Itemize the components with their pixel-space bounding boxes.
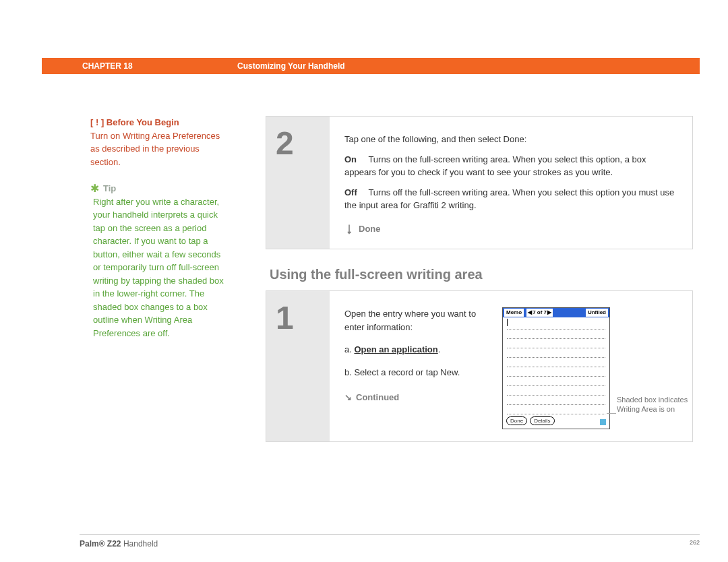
callout-text: Shaded box indicates Writing Area is on — [617, 395, 691, 414]
before-begin-heading: Before You Begin — [107, 117, 179, 127]
option-on-label: On — [344, 153, 366, 166]
substep-a-prefix: a. — [344, 344, 352, 354]
memo-details-button[interactable]: Details — [530, 416, 554, 425]
nav-right-icon: ▶ — [547, 309, 551, 317]
substep-b: b. Select a record or tap New. — [344, 366, 490, 379]
before-you-begin: [ ! ] Before You Begin Turn on Writing A… — [90, 116, 225, 168]
nav-left-icon: ◀ — [528, 309, 532, 317]
product-bold: Palm® Z22 — [80, 539, 121, 549]
text-cursor — [507, 319, 508, 326]
star-icon: ✱ — [90, 183, 99, 194]
memo-done-button[interactable]: Done — [506, 416, 527, 425]
memo-header: Memo ◀ 7 of 7 ▶ Unfiled — [503, 308, 609, 317]
substep-a: a. Open an application. — [344, 343, 490, 356]
option-on-text: Turns on the full-screen writing area. W… — [344, 154, 646, 178]
chapter-title: Customizing Your Handheld — [237, 61, 345, 71]
step-2-intro: Tap one of the following, and then selec… — [344, 133, 677, 146]
step-2-body: Tap one of the following, and then selec… — [330, 117, 692, 249]
before-begin-body: Turn on Writing Area Preferences as desc… — [90, 129, 225, 169]
memo-title: Memo — [504, 309, 524, 317]
step-2-box: 2 Tap one of the following, and then sel… — [266, 116, 693, 249]
product-rest: Handheld — [121, 539, 158, 549]
tip-body: Right after you write a character, your … — [90, 195, 225, 340]
tip-label: Tip — [103, 182, 116, 195]
memo-category: Unfiled — [586, 309, 608, 317]
memo-screen: Memo ◀ 7 of 7 ▶ Unfiled — [502, 307, 610, 429]
chapter-header: CHAPTER 18 Customizing Your Handheld — [42, 58, 700, 74]
step-1-number: 1 — [266, 291, 330, 441]
step-1-body: Open the entry where you want to enter i… — [330, 291, 692, 441]
step-1-box: 1 Open the entry where you want to enter… — [266, 290, 693, 442]
option-off-text: Turns off the full-screen writing area. … — [344, 187, 674, 211]
step-2-number: 2 — [266, 117, 330, 249]
tip-heading-row: ✱ Tip — [90, 182, 225, 195]
before-begin-marker: [ ! ] — [90, 117, 104, 127]
option-off-label: Off — [344, 186, 366, 199]
arrow-down-icon: ⭣ — [344, 222, 355, 237]
continued-label: Continued — [356, 391, 399, 404]
done-label: Done — [359, 222, 381, 236]
product-name: Palm® Z22 Handheld — [80, 539, 158, 549]
sidebar: [ ! ] Before You Begin Turn on Writing A… — [90, 116, 225, 340]
memo-nav: ◀ 7 of 7 ▶ — [526, 309, 553, 317]
callout-line — [607, 413, 616, 414]
substep-a-suffix: . — [438, 344, 441, 354]
section-title: Using the full-screen writing area — [270, 267, 693, 282]
step-1-text: Open the entry where you want to enter i… — [344, 307, 490, 429]
main-content: 2 Tap one of the following, and then sel… — [266, 116, 693, 442]
page-number: 262 — [690, 539, 700, 549]
writing-area-indicator — [600, 419, 606, 425]
step-1-intro: Open the entry where you want to enter i… — [344, 307, 490, 334]
chapter-label: CHAPTER 18 — [82, 61, 237, 71]
arrow-diag-icon: ↘ — [344, 391, 352, 404]
continued-row: ↘ Continued — [344, 391, 490, 404]
memo-footer: Done Details — [503, 414, 609, 429]
memo-lines — [503, 317, 609, 414]
open-application-link[interactable]: Open an application — [354, 344, 437, 354]
memo-nav-text: 7 of 7 — [533, 309, 547, 317]
footer: Palm® Z22 Handheld 262 — [80, 534, 700, 549]
option-off: Off Turns off the full-screen writing ar… — [344, 186, 677, 212]
option-on: On Turns on the full-screen writing area… — [344, 153, 677, 179]
done-row: ⭣ Done — [344, 222, 677, 237]
memo-figure: Memo ◀ 7 of 7 ▶ Unfiled — [502, 307, 677, 429]
